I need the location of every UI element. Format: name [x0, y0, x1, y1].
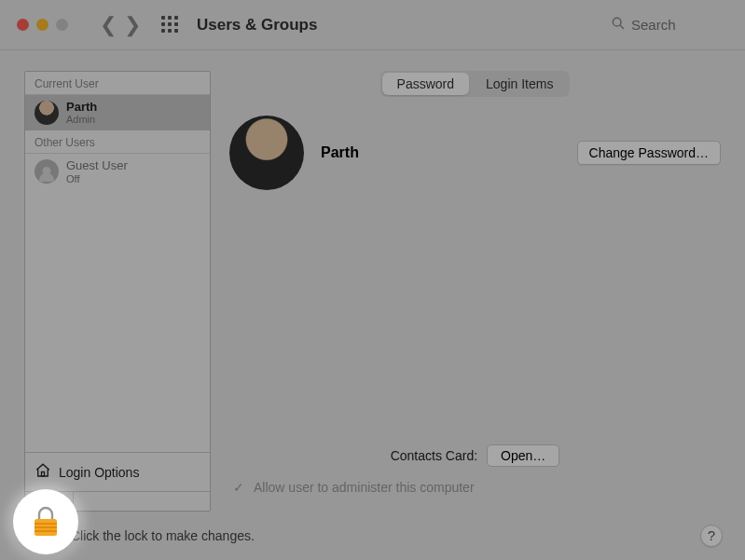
login-options-label: Login Options	[59, 465, 139, 480]
svg-rect-4	[34, 523, 57, 525]
lock-hint-text: Click the lock to make changes.	[71, 528, 255, 543]
search-field[interactable]	[611, 16, 734, 34]
tab-bar: Password Login Items	[380, 71, 571, 97]
section-header-other: Other Users	[25, 130, 210, 154]
user-role: Admin	[66, 114, 97, 125]
avatar	[34, 101, 59, 125]
tab-password[interactable]: Password	[382, 73, 469, 95]
home-icon	[34, 462, 51, 482]
lock-icon	[32, 506, 60, 538]
window-controls	[17, 19, 68, 31]
search-icon	[611, 16, 626, 34]
svg-rect-5	[34, 526, 57, 528]
svg-line-1	[620, 25, 624, 29]
sidebar-item-current-user[interactable]: Parth Admin	[25, 95, 210, 130]
avatar	[34, 159, 59, 184]
detail-user-name: Parth	[321, 144, 359, 161]
chevron-right-icon[interactable]: ❯	[120, 13, 145, 37]
section-header-current: Current User	[25, 72, 210, 95]
help-button[interactable]: ?	[700, 525, 723, 547]
users-sidebar: Current User Parth Admin Other Users Gue…	[24, 71, 211, 512]
page-title: Users & Groups	[197, 16, 317, 34]
footer: Click the lock to make changes. ?	[0, 512, 745, 560]
search-input[interactable]	[631, 17, 734, 33]
sidebar-item-guest-user[interactable]: Guest User Off	[25, 154, 210, 189]
tab-login-items[interactable]: Login Items	[471, 73, 568, 95]
user-name: Guest User	[66, 159, 128, 172]
check-icon: ✓	[233, 480, 244, 495]
user-role: Off	[66, 173, 128, 184]
close-window-button[interactable]	[17, 19, 29, 31]
lock-button[interactable]	[13, 489, 78, 554]
toolbar: ❮ ❯ Users & Groups	[0, 0, 745, 50]
admin-checkbox-label: Allow user to administer this computer	[254, 480, 475, 495]
change-password-button[interactable]: Change Password…	[577, 141, 721, 165]
login-options-button[interactable]: Login Options	[25, 452, 210, 491]
svg-rect-2	[42, 472, 45, 477]
grid-icon[interactable]	[161, 16, 180, 34]
svg-point-0	[613, 18, 621, 26]
minimize-window-button[interactable]	[36, 19, 48, 31]
contacts-card-label: Contacts Card:	[391, 448, 477, 463]
detail-pane: Password Login Items Parth Change Passwo…	[229, 71, 721, 512]
avatar-large[interactable]	[229, 116, 304, 190]
chevron-left-icon[interactable]: ❮	[96, 13, 120, 37]
admin-checkbox-row[interactable]: ✓ Allow user to administer this computer	[229, 480, 721, 512]
user-name: Parth	[66, 101, 97, 114]
open-contacts-button[interactable]: Open…	[487, 444, 559, 467]
zoom-window-button[interactable]	[56, 19, 68, 31]
svg-rect-6	[34, 530, 57, 532]
